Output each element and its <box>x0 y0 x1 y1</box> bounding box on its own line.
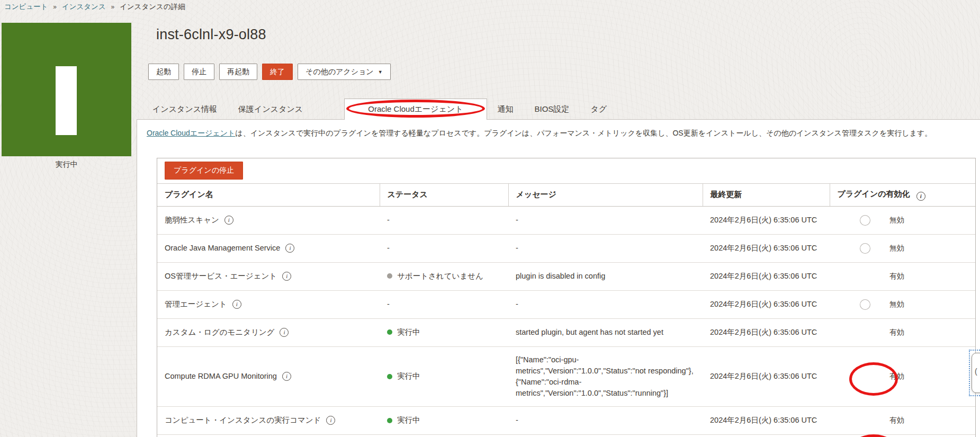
oracle-cloud-agent-link[interactable]: Oracle Cloudエージェント <box>147 129 235 137</box>
plugin-enable-toggle[interactable] <box>859 270 882 283</box>
toggle-knob <box>860 243 870 254</box>
plugin-message: - <box>508 206 703 234</box>
instance-state-icon <box>56 66 77 135</box>
status-dot-icon <box>387 329 392 335</box>
plugin-message: [{"Name":"oci-gpu-metrics","Version":"1.… <box>508 346 703 406</box>
status-dot-icon <box>387 418 392 423</box>
plugin-name: 脆弱性スキャン <box>165 215 219 226</box>
tab-bios-settings[interactable]: BIOS設定 <box>524 99 580 120</box>
column-header-plugin-enabled-label: プラグインの有効化 <box>838 189 910 198</box>
agent-description: Oracle Cloudエージェントは、インスタンスで実行中のプラグインを管理す… <box>147 129 973 138</box>
tab-instance-info[interactable]: インスタンス情報 <box>142 99 228 120</box>
page-title: inst-6clnl-x9-ol88 <box>156 26 266 43</box>
table-row: OS管理サービス・エージェント i サポートされていません plugin is … <box>157 262 975 290</box>
table-row: Compute RDMA GPU Monitoring i 実行中 [{"Nam… <box>157 346 975 406</box>
toggle-state-label: 無効 <box>889 299 904 309</box>
table-row: コンピュート・インスタンスのモニタリング i 実行中 - 2024年2月6日(火… <box>157 434 975 437</box>
info-icon[interactable]: i <box>326 416 335 425</box>
plugin-message: - <box>508 290 703 318</box>
agent-tab-panel: Oracle Cloudエージェントは、インスタンスで実行中のプラグインを管理す… <box>137 119 980 437</box>
plugin-updated: 2024年2月6日(火) 6:35:06 UTC <box>703 262 830 290</box>
plugin-enable-toggle[interactable] <box>859 370 882 383</box>
plugin-updated: 2024年2月6日(火) 6:35:06 UTC <box>703 346 830 406</box>
info-icon[interactable]: i <box>232 300 241 309</box>
column-header-message: メッセージ <box>508 184 703 207</box>
plugin-message: plugin is disabled in config <box>508 262 703 290</box>
more-actions-button[interactable]: その他のアクション▼ <box>298 64 391 80</box>
toggle-knob <box>860 299 870 310</box>
info-icon[interactable]: i <box>282 372 291 381</box>
toggle-knob <box>870 415 881 426</box>
plugin-status: サポートされていません <box>387 271 501 282</box>
oci-instance-details-screen: コンピュート » インスタンス » インスタンスの詳細 実行中 inst-6cl… <box>0 0 980 437</box>
breadcrumb-link-compute[interactable]: コンピュート <box>4 3 48 11</box>
stop-button[interactable]: 停止 <box>184 64 214 80</box>
breadcrumb-link-instances[interactable]: インスタンス <box>62 3 106 11</box>
plugin-name: カスタム・ログのモニタリング <box>165 327 274 338</box>
column-header-last-updated: 最終更新 <box>703 184 830 207</box>
plugin-name: OS管理サービス・エージェント <box>165 271 277 282</box>
plugin-table: プラグイン名 ステータス メッセージ 最終更新 プラグインの有効化 i 脆弱性ス… <box>157 183 975 437</box>
toggle-state-label: 有効 <box>889 415 904 425</box>
more-actions-label: その他のアクション <box>305 67 374 76</box>
plugin-updated: 2024年2月6日(火) 6:35:06 UTC <box>703 318 830 346</box>
toggle-state-label: 有効 <box>889 327 904 337</box>
table-row: Oracle Java Management Service i - - 202… <box>157 234 975 262</box>
column-header-status: ステータス <box>380 184 508 207</box>
plugin-updated: 2024年2月6日(火) 6:35:06 UTC <box>703 406 830 434</box>
plugin-table-body: 脆弱性スキャン i - - 2024年2月6日(火) 6:35:06 UTC 無… <box>157 206 975 437</box>
plugin-table-container: プラグインの停止 プラグイン名 ステータス メッセージ 最終更新 プラグインの有… <box>157 158 976 437</box>
info-icon[interactable]: i <box>280 328 289 337</box>
reboot-button[interactable]: 再起動 <box>219 64 257 80</box>
plugin-updated: 2024年2月6日(火) 6:35:06 UTC <box>703 206 830 234</box>
toggle-state-label: 無効 <box>889 243 904 253</box>
plugin-table-toolbar: プラグインの停止 <box>157 158 975 183</box>
stop-plugin-button[interactable]: プラグインの停止 <box>165 162 243 180</box>
plugin-message: - <box>508 406 703 434</box>
terminate-button[interactable]: 終了 <box>262 64 293 80</box>
tooltip-popup-fragment: ( <box>972 353 980 393</box>
action-button-row: 起動 停止 再起動 終了 その他のアクション▼ <box>148 64 391 80</box>
agent-description-text: は、インスタンスで実行中のプラグインを管理する軽量なプロセスです。プラグインは、… <box>235 129 932 137</box>
info-icon[interactable]: i <box>285 244 294 253</box>
tab-oracle-cloud-agent[interactable]: Oracle Cloudエージェント <box>344 99 487 120</box>
breadcrumb-separator: » <box>53 3 57 11</box>
plugin-status: 実行中 <box>387 415 501 426</box>
instance-state-square <box>2 23 131 156</box>
toggle-knob <box>870 371 881 382</box>
plugin-updated: 2024年2月6日(火) 6:35:06 UTC <box>703 434 830 437</box>
tab-notifications[interactable]: 通知 <box>487 99 524 120</box>
tab-shielded-instance[interactable]: 保護インスタンス <box>228 99 313 120</box>
toggle-state-label: 無効 <box>889 215 904 225</box>
plugin-enable-toggle[interactable] <box>859 298 882 311</box>
info-icon[interactable]: i <box>224 216 233 225</box>
plugin-updated: 2024年2月6日(火) 6:35:06 UTC <box>703 290 830 318</box>
plugin-enable-toggle[interactable] <box>859 414 882 427</box>
tab-bar: インスタンス情報 保護インスタンス Oracle Cloudエージェント 通知 … <box>142 99 980 120</box>
column-header-plugin-name: プラグイン名 <box>157 184 380 207</box>
plugin-message: - <box>508 434 703 437</box>
info-icon[interactable]: i <box>916 192 925 201</box>
breadcrumb-separator: » <box>111 3 114 11</box>
instance-state-label: 実行中 <box>2 160 131 170</box>
plugin-name: Oracle Java Management Service <box>165 243 280 254</box>
toggle-knob <box>860 215 870 226</box>
plugin-message: - <box>508 234 703 262</box>
toggle-knob <box>870 271 881 282</box>
toggle-state-label: 有効 <box>889 271 904 281</box>
plugin-enable-toggle[interactable] <box>859 242 882 255</box>
plugin-status: 実行中 <box>387 327 501 338</box>
plugin-enable-toggle[interactable] <box>859 214 882 227</box>
info-icon[interactable]: i <box>282 272 291 281</box>
breadcrumb: コンピュート » インスタンス » インスタンスの詳細 <box>4 2 185 12</box>
table-row: 脆弱性スキャン i - - 2024年2月6日(火) 6:35:06 UTC 無… <box>157 206 975 234</box>
plugin-enable-toggle[interactable] <box>859 326 882 339</box>
toggle-knob <box>870 327 881 338</box>
status-dot-icon <box>387 374 392 379</box>
plugin-name: コンピュート・インスタンスの実行コマンド <box>165 415 321 426</box>
plugin-status: - <box>387 299 501 310</box>
start-button[interactable]: 起動 <box>148 64 179 80</box>
plugin-message: started plugin, but agent has not starte… <box>508 318 703 346</box>
breadcrumb-current: インスタンスの詳細 <box>120 3 185 11</box>
tab-tags[interactable]: タグ <box>580 99 617 120</box>
